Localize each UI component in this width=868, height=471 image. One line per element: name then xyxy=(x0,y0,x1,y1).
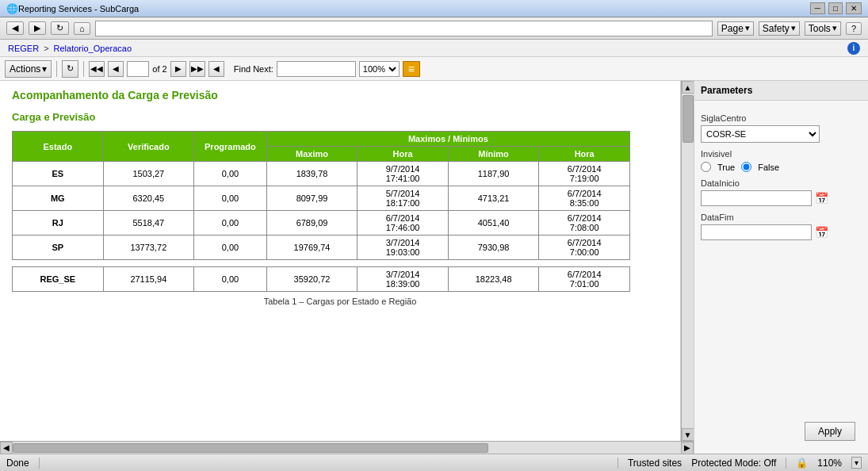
zoom-select[interactable]: 100% 50% 75% 125% 150% xyxy=(359,61,400,77)
status-sep-2 xyxy=(618,458,618,469)
breadcrumb-current[interactable]: Relatorio_Operacao xyxy=(54,44,132,53)
cell-hora-max: 9/7/201417:41:00 xyxy=(358,162,449,186)
first-page-button[interactable]: ◀◀ xyxy=(89,61,105,77)
cell-maximo: 8097,99 xyxy=(266,186,358,211)
table-row: MG 6320,45 0,00 8097,99 5/7/201418:17:00… xyxy=(13,186,630,211)
cell-mw-med: 1503,27 xyxy=(103,162,194,186)
status-bar: Done Trusted sites Protected Mode: Off 🔒… xyxy=(0,454,868,471)
v-scroll-thumb[interactable] xyxy=(683,95,694,143)
stop-button[interactable]: ◀ xyxy=(208,61,224,77)
h-scrollbar[interactable]: ◀ ▶ xyxy=(0,441,694,454)
total-hora-max: 3/7/201418:39:00 xyxy=(358,267,449,292)
calendar-fim-icon[interactable]: 📅 xyxy=(815,226,828,239)
cell-mw-prg: 0,00 xyxy=(194,162,267,186)
cell-hora-min: 6/7/20148:35:00 xyxy=(539,186,630,211)
lock-icon: 🔒 xyxy=(796,458,808,469)
safety-menu[interactable]: Safety ▾ xyxy=(759,21,800,36)
next-page-button[interactable]: ▶ xyxy=(170,61,186,77)
export-button[interactable]: ≡ xyxy=(403,61,420,77)
close-button[interactable]: ✕ xyxy=(846,2,862,14)
tools-menu[interactable]: Tools ▾ xyxy=(805,21,841,36)
status-text: Done xyxy=(6,458,29,469)
minimize-button[interactable]: ─ xyxy=(810,2,825,14)
cell-mw-prg: 0,00 xyxy=(194,236,267,260)
report-area: Acompanhamento da Carga e Previsão Carga… xyxy=(0,81,681,441)
cell-mw-prg: 0,00 xyxy=(194,211,267,236)
h-scroll-left[interactable]: ◀ xyxy=(0,442,13,454)
report-section-title: Carga e Previsão xyxy=(12,111,668,123)
toolbar-separator-2 xyxy=(83,61,84,77)
report-main-title: Acompanhamento da Carga e Previsão xyxy=(12,89,668,101)
protected-mode: Protected Mode: Off xyxy=(691,458,776,469)
breadcrumb-bar: REGER > Relatorio_Operacao i xyxy=(0,40,868,57)
data-fim-label: DataFim xyxy=(701,213,862,222)
v-scrollbar[interactable]: ▲ ▼ xyxy=(681,81,694,441)
data-inicio-input[interactable]: 7/1/2014 xyxy=(701,190,812,206)
actions-button[interactable]: Actions ▾ xyxy=(5,60,52,78)
sidebar-header: Parameters xyxy=(694,81,868,101)
col-maxmin-header: Maximos / Minimos xyxy=(266,132,629,147)
breadcrumb-root[interactable]: REGER xyxy=(8,44,39,53)
cell-mw-prg: 0,00 xyxy=(194,186,267,211)
data-fim-input[interactable]: 7/10/2014 xyxy=(701,224,812,240)
title-bar-text: Reporting Services - SubCarga xyxy=(18,4,139,13)
status-sep-3 xyxy=(786,458,786,469)
sigla-select[interactable]: COSR-SE COSR-N COSR-NE COSR-S xyxy=(701,125,820,143)
table-row: SP 13773,72 0,00 19769,74 3/7/201419:03:… xyxy=(13,236,630,260)
cell-hora-min: 6/7/20147:08:00 xyxy=(539,211,630,236)
sigla-label: SiglaCentro xyxy=(701,113,862,123)
cell-minimo: 4713,21 xyxy=(448,186,539,211)
col-programado: Programado xyxy=(194,132,267,162)
data-inicio-label: DataInicio xyxy=(701,178,862,188)
total-minimo: 18223,48 xyxy=(448,267,539,292)
status-sep-1 xyxy=(39,458,40,469)
apply-button[interactable]: Apply xyxy=(805,422,855,441)
cell-hora-max: 3/7/201419:03:00 xyxy=(358,236,449,260)
cell-hora-max: 5/7/201418:17:00 xyxy=(358,186,449,211)
cell-minimo: 7930,98 xyxy=(448,236,539,260)
page-number-input[interactable]: 2 xyxy=(127,61,149,77)
table-row: ES 1503,27 0,00 1839,78 9/7/201417:41:00… xyxy=(13,162,630,186)
radio-false-label[interactable]: False xyxy=(758,163,779,172)
data-fim-row: 7/10/2014 📅 xyxy=(701,224,862,240)
cell-estado: SP xyxy=(13,236,104,260)
col-verificado: Verificado xyxy=(103,132,194,162)
cell-estado: ES xyxy=(13,162,104,186)
cell-hora-min: 6/7/20147:00:00 xyxy=(539,236,630,260)
page-menu[interactable]: Page ▾ xyxy=(717,21,754,36)
refresh-button[interactable]: ↻ xyxy=(51,21,69,35)
last-page-button[interactable]: ▶▶ xyxy=(189,61,205,77)
trusted-sites: Trusted sites xyxy=(628,458,682,469)
v-scroll-down[interactable]: ▼ xyxy=(682,428,694,441)
browser-toolbar: ◀ ▶ ↻ ⌂ Page ▾ Safety ▾ Tools ▾ ? xyxy=(0,17,868,40)
v-scroll-up[interactable]: ▲ xyxy=(682,81,694,94)
page-count: of 2 xyxy=(152,64,166,74)
col-hora1: Hora xyxy=(358,147,449,162)
calendar-inicio-icon[interactable]: 📅 xyxy=(815,192,828,205)
radio-true-input[interactable] xyxy=(701,162,711,172)
info-icon[interactable]: i xyxy=(847,42,860,55)
title-bar-favicon: 🌐 xyxy=(6,3,18,14)
cell-minimo: 4051,40 xyxy=(448,211,539,236)
restore-button[interactable]: □ xyxy=(828,2,843,14)
col-maximo: Maximo xyxy=(266,147,358,162)
h-scroll-thumb[interactable] xyxy=(13,443,488,453)
prev-page-button[interactable]: ◀ xyxy=(108,61,124,77)
refresh-report-button[interactable]: ↻ xyxy=(62,60,78,78)
cell-hora-max: 6/7/201417:46:00 xyxy=(358,211,449,236)
data-inicio-row: 7/1/2014 📅 xyxy=(701,190,862,206)
zoom-dropdown-button[interactable]: ▾ xyxy=(851,457,862,469)
cell-mw-med: 6320,45 xyxy=(103,186,194,211)
data-table: Estado Verificado Programado Maximos / M… xyxy=(12,131,630,260)
h-scroll-right[interactable]: ▶ xyxy=(681,442,694,454)
find-input[interactable] xyxy=(277,61,356,77)
radio-true-label[interactable]: True xyxy=(717,163,735,172)
cell-estado: RJ xyxy=(13,211,104,236)
forward-button[interactable]: ▶ xyxy=(29,21,46,35)
back-button[interactable]: ◀ xyxy=(6,21,24,35)
home-button[interactable]: ⌂ xyxy=(74,22,90,35)
cell-hora-min: 6/7/20147:19:00 xyxy=(539,162,630,186)
help-button[interactable]: ? xyxy=(846,22,862,35)
radio-false-input[interactable] xyxy=(741,162,751,172)
cell-maximo: 6789,09 xyxy=(266,211,358,236)
